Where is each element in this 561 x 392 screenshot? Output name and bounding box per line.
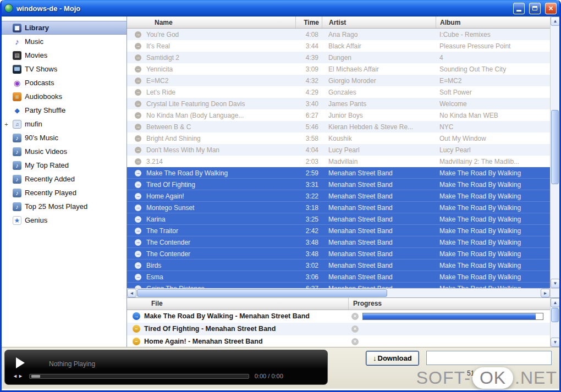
- download-target-field[interactable]: [426, 351, 552, 365]
- downloads-vertical-scrollbar[interactable]: ▲ ▼: [550, 298, 559, 347]
- track-name: Let's Ride: [146, 89, 175, 96]
- track-row[interactable]: →Home Again!3:22Menahan Street BandMake …: [127, 190, 550, 202]
- scroll-left-icon[interactable]: ◄: [127, 289, 136, 297]
- queued-status-icon: −: [133, 338, 140, 345]
- track-artist: Ana Rago: [322, 31, 436, 38]
- scroll-right-icon[interactable]: ►: [541, 289, 550, 297]
- track-row[interactable]: →No Kinda Man (Body Language...6:27Junio…: [127, 109, 550, 121]
- track-row[interactable]: →Tired Of Fighting3:31Menahan Street Ban…: [127, 179, 550, 190]
- scroll-down-icon[interactable]: ▼: [551, 279, 560, 288]
- sidebar-item-recently-added[interactable]: Recently Added: [2, 172, 127, 186]
- download-arrow-icon: ↓: [373, 354, 377, 362]
- smart-playlist-icon: [13, 147, 21, 156]
- seek-handle[interactable]: [31, 375, 40, 378]
- sidebar-item-audiobooks[interactable]: Audiobooks: [2, 90, 127, 103]
- track-row[interactable]: →Make The Road By Walking2:59Menahan Str…: [127, 167, 550, 179]
- sidebar-item-label: Podcasts: [25, 79, 54, 87]
- column-header-name[interactable]: Name: [127, 16, 295, 28]
- track-row[interactable]: →Birds3:02Menahan Street BandMake The Ro…: [127, 260, 550, 271]
- scroll-up-icon[interactable]: ▲: [551, 298, 560, 307]
- remote-track-icon: →: [135, 205, 141, 211]
- track-row[interactable]: →Going The Distance6:37Menahan Street Ba…: [127, 283, 550, 288]
- column-header-artist[interactable]: Artist: [322, 16, 436, 28]
- track-row[interactable]: →Esma3:06Menahan Street BandMake The Roa…: [127, 271, 550, 283]
- movies-icon: [13, 51, 21, 60]
- scrollbar-thumb[interactable]: [137, 289, 387, 297]
- expander-icon[interactable]: +: [3, 121, 9, 128]
- track-album: E=MC2: [436, 77, 550, 85]
- track-artist: Koushik: [322, 135, 436, 142]
- scrollbar-thumb[interactable]: [551, 110, 559, 184]
- sidebar-item-party-shuffle[interactable]: Party Shuffle: [2, 103, 127, 117]
- track-album: Make The Road By Walking: [436, 216, 550, 223]
- track-artist: Junior Boys: [322, 112, 436, 119]
- sidebar-item-recently-played[interactable]: Recently Played: [2, 186, 127, 200]
- play-button[interactable]: [16, 357, 25, 368]
- track-row[interactable]: →The Contender3:48Menahan Street BandMak…: [127, 248, 550, 260]
- download-button[interactable]: ↓ Download: [366, 351, 419, 366]
- track-artist: Dungen: [322, 54, 436, 62]
- sidebar-item-90-s-music[interactable]: 90's Music: [2, 131, 127, 145]
- scroll-down-icon[interactable]: ▼: [551, 338, 560, 347]
- track-row[interactable]: →Yennicita3:09El Michaels AffairSounding…: [127, 63, 550, 75]
- column-header-album[interactable]: Album: [436, 16, 550, 28]
- close-button[interactable]: ×: [545, 3, 557, 14]
- track-name: The Contender: [146, 239, 190, 246]
- track-row[interactable]: →Let's Ride4:29GonzalesSoft Power: [127, 86, 550, 98]
- track-row[interactable]: →It's Real3:44Black AffairPleasure Press…: [127, 40, 550, 52]
- track-row[interactable]: →E=MC24:32Giorgio MoroderE=MC2: [127, 75, 550, 86]
- sidebar-item-music[interactable]: Music: [2, 35, 127, 48]
- track-row[interactable]: →Don't Mess With My Man4:04Lucy PearlLuc…: [127, 144, 550, 156]
- track-row[interactable]: →The Traitor2:42Menahan Street BandMake …: [127, 225, 550, 236]
- sidebar-item-mufin[interactable]: +mufin: [2, 117, 127, 131]
- downloads-header: File Progress: [127, 298, 550, 310]
- track-row[interactable]: →Karina3:25Menahan Street BandMake The R…: [127, 213, 550, 225]
- cancel-download-icon[interactable]: ×: [351, 325, 359, 333]
- track-row[interactable]: →3.2142:03MadvillainMadvillainy 2: The M…: [127, 156, 550, 167]
- track-row[interactable]: →You're God4:08Ana RagoI:Cube - Remixes: [127, 29, 550, 40]
- track-list-horizontal-scrollbar[interactable]: ◄ ►: [127, 289, 550, 297]
- track-album: Out My Window: [436, 135, 550, 142]
- sidebar-item-genius[interactable]: Genius: [2, 213, 127, 227]
- track-row[interactable]: →Crystal Lite Featuring Deon Davis3:40Ja…: [127, 98, 550, 109]
- minimize-button[interactable]: [513, 3, 525, 14]
- download-row[interactable]: −Tired Of Fighting - Menahan Street Band…: [127, 323, 550, 335]
- column-header-time[interactable]: Time: [295, 16, 322, 28]
- sidebar-item-my-top-rated[interactable]: My Top Rated: [2, 158, 127, 172]
- track-time: 4:32: [295, 77, 322, 85]
- cancel-download-icon[interactable]: ×: [351, 338, 359, 345]
- watermark-text: .NET: [515, 368, 557, 388]
- scrollbar-thumb[interactable]: [551, 308, 559, 322]
- column-header-file[interactable]: File: [127, 298, 348, 310]
- track-list-vertical-scrollbar[interactable]: ▲ ▼: [550, 16, 559, 288]
- track-name: The Traitor: [146, 227, 178, 235]
- track-row[interactable]: →Between B & C5:46Kieran Hebden & Steve …: [127, 121, 550, 132]
- seek-slider[interactable]: [29, 374, 249, 379]
- sidebar-item-movies[interactable]: Movies: [2, 48, 127, 62]
- column-header-progress[interactable]: Progress: [348, 298, 550, 310]
- sidebar-item-library[interactable]: Library: [2, 21, 127, 35]
- queued-status-icon: −: [133, 325, 140, 333]
- watermark: SOFT- OK .NET: [416, 367, 557, 389]
- maximize-button[interactable]: [529, 3, 541, 14]
- track-artist: Menahan Street Band: [322, 169, 436, 177]
- sidebar-item-podcasts[interactable]: Podcasts: [2, 76, 127, 90]
- track-row[interactable]: →Samtidigt 24:39Dungen4: [127, 52, 550, 63]
- sidebar-item-music-videos[interactable]: Music Videos: [2, 145, 127, 158]
- cancel-download-icon[interactable]: ×: [351, 313, 359, 320]
- sidebar-item-top-25-most-played[interactable]: Top 25 Most Played: [2, 200, 127, 213]
- download-row[interactable]: −Home Again! - Menahan Street Band×: [127, 335, 550, 347]
- track-time: 4:08: [295, 31, 322, 38]
- track-time: 4:29: [295, 89, 322, 96]
- track-row[interactable]: →Bright And Shining3:58KoushikOut My Win…: [127, 132, 550, 144]
- track-time: 2:59: [295, 169, 322, 177]
- track-album: Sounding Out The City: [436, 65, 550, 73]
- prev-next-icons[interactable]: ◄►: [13, 373, 24, 379]
- scroll-up-icon[interactable]: ▲: [551, 16, 560, 26]
- track-row[interactable]: →Montego Sunset3:18Menahan Street BandMa…: [127, 202, 550, 213]
- sidebar-item-tv-shows[interactable]: TV Shows: [2, 62, 127, 76]
- download-file-name: Tired Of Fighting - Menahan Street Band: [144, 325, 276, 333]
- download-row[interactable]: →Make The Road By Walking - Menahan Stre…: [127, 310, 550, 323]
- smart-playlist-icon: [13, 134, 21, 142]
- track-row[interactable]: →The Contender3:48Menahan Street BandMak…: [127, 236, 550, 248]
